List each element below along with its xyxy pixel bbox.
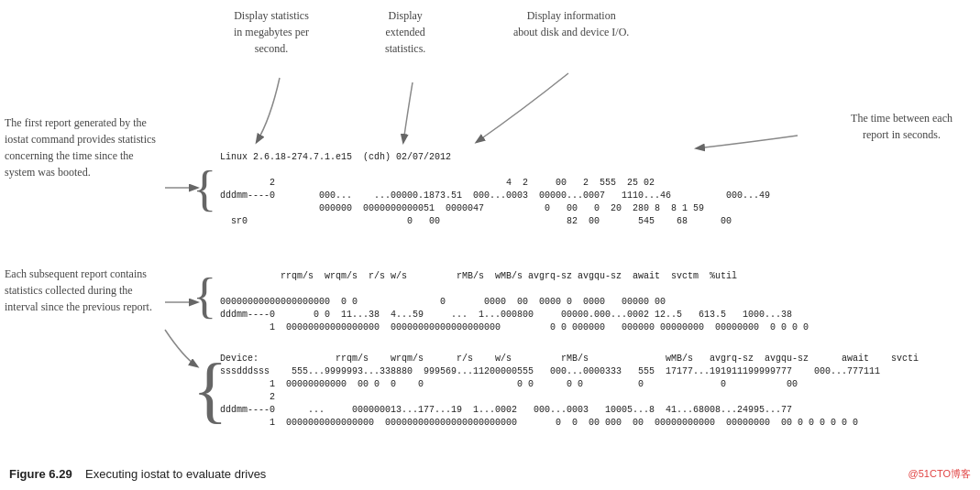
- figure-title: Executing iostat to evaluate drives: [85, 467, 266, 481]
- terminal-block2: rrqm/s wrqm/s r/s w/s rMB/s wMB/s avgrq-…: [220, 270, 971, 334]
- terminal-block1-text: Linux 2.6.18-274.7.1.e15 (cdh) 02/07/201…: [220, 151, 971, 228]
- figure-caption: Figure 6.29 Executing iostat to evaluate…: [9, 467, 266, 481]
- annotation-display-extended: Display extended statistics.: [385, 7, 425, 57]
- terminal-block3-text: Device: rrqm/s wrqm/s r/s w/s rMB/s wMB/…: [220, 353, 971, 430]
- terminal-block1: Linux 2.6.18-274.7.1.e15 (cdh) 02/07/201…: [220, 151, 971, 228]
- brace-block2: {: [193, 270, 216, 321]
- terminal-block2-text: rrqm/s wrqm/s r/s w/s rMB/s wMB/s avgrq-…: [220, 270, 971, 334]
- brace-block1: {: [193, 163, 216, 213]
- annotation-display-info: Display information about disk and devic…: [513, 7, 629, 40]
- watermark: @51CTO博客: [908, 467, 971, 481]
- annotation-subsequent: Each subsequent report contains statisti…: [5, 266, 165, 315]
- annotation-display-stats: Display statistics in megabytes per seco…: [234, 7, 309, 57]
- figure-label: Figure 6.29: [9, 467, 72, 481]
- annotation-time-between: The time between each report in seconds.: [851, 110, 952, 143]
- annotation-first-report: The first report generated by the iostat…: [5, 114, 165, 180]
- page-container: Display statistics in megabytes per seco…: [0, 0, 980, 490]
- terminal-block3: Device: rrqm/s wrqm/s r/s w/s rMB/s wMB/…: [220, 353, 971, 430]
